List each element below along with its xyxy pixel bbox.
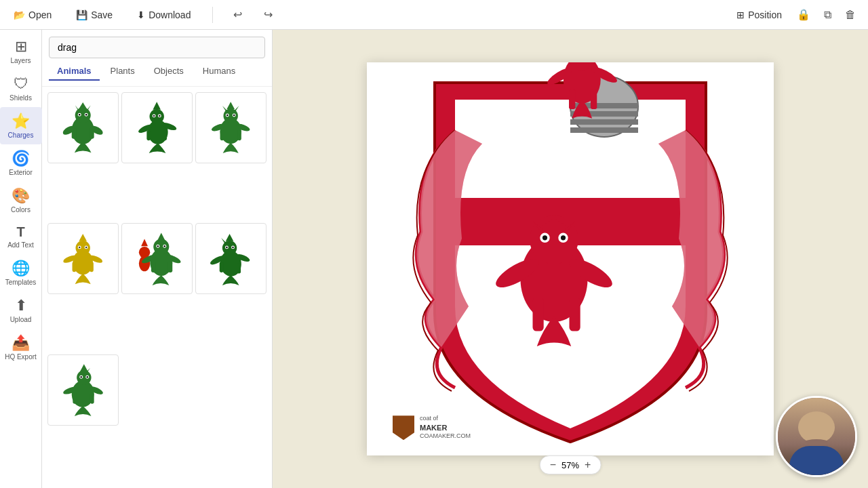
save-button[interactable]: 💾 Save bbox=[71, 7, 118, 23]
sidebar-item-exterior[interactable]: 🌀 Exterior bbox=[0, 144, 42, 182]
charge-item-dragon4-yellow[interactable] bbox=[47, 223, 119, 294]
watermark: coat of MAKER COAMAKER.COM bbox=[387, 412, 476, 443]
svg-rect-103 bbox=[570, 119, 638, 125]
open-button[interactable]: 📂 Open bbox=[8, 7, 57, 23]
watermark-text: coat of MAKER COAMAKER.COM bbox=[420, 415, 471, 441]
svg-rect-43 bbox=[90, 262, 94, 272]
hq-export-icon: 📤 bbox=[12, 334, 30, 352]
zoom-out-button[interactable]: − bbox=[549, 459, 557, 471]
delete-button[interactable]: 🗑 bbox=[841, 6, 860, 24]
svg-point-47 bbox=[85, 246, 87, 247]
charge-item-dragon3[interactable] bbox=[195, 92, 267, 163]
svg-point-72 bbox=[226, 246, 227, 247]
svg-point-11 bbox=[79, 114, 80, 115]
upload-icon: ⬆ bbox=[15, 297, 27, 314]
sidebar-item-colors[interactable]: 🎨 Colors bbox=[0, 182, 42, 219]
video-avatar bbox=[776, 396, 857, 477]
svg-rect-95 bbox=[570, 298, 580, 331]
svg-point-73 bbox=[233, 246, 234, 247]
save-icon: 💾 bbox=[76, 9, 87, 20]
charges-grid bbox=[42, 87, 272, 488]
svg-point-14 bbox=[150, 109, 164, 123]
svg-point-12 bbox=[85, 114, 87, 115]
colors-icon: 🎨 bbox=[12, 187, 30, 205]
svg-rect-19 bbox=[163, 131, 167, 141]
main-area: ⊞ Layers 🛡 Shields ⭐ Charges 🌀 Exterior … bbox=[0, 30, 868, 488]
toolbar-separator bbox=[212, 7, 213, 23]
svg-rect-42 bbox=[73, 262, 77, 272]
svg-point-84 bbox=[81, 376, 82, 378]
svg-marker-53 bbox=[157, 232, 165, 241]
svg-rect-113 bbox=[591, 89, 597, 109]
sidebar-item-upload[interactable]: ⬆ Upload bbox=[0, 291, 42, 329]
open-icon: 📂 bbox=[14, 9, 25, 20]
sidebar-item-shields[interactable]: 🛡 Shields bbox=[0, 70, 42, 107]
undo-button[interactable]: ↩ bbox=[229, 5, 246, 24]
charge-item-dragon2[interactable] bbox=[121, 92, 193, 163]
svg-point-85 bbox=[87, 376, 88, 378]
copy-button[interactable]: ⧉ bbox=[820, 6, 835, 24]
charge-item-dragon6[interactable] bbox=[195, 223, 267, 294]
position-icon: ⊞ bbox=[736, 9, 745, 20]
sidebar-item-layers[interactable]: ⊞ Layers bbox=[0, 33, 42, 70]
svg-marker-2 bbox=[79, 102, 87, 110]
tab-animals[interactable]: Animals bbox=[49, 62, 100, 81]
svg-marker-15 bbox=[153, 102, 161, 110]
sidebar-item-templates[interactable]: 🌐 Templates bbox=[0, 254, 42, 291]
sidebar-item-charges[interactable]: ⭐ Charges bbox=[0, 107, 42, 144]
download-button[interactable]: ⬇ Download bbox=[132, 7, 196, 23]
svg-rect-112 bbox=[569, 89, 575, 109]
svg-rect-104 bbox=[570, 127, 638, 133]
svg-marker-26 bbox=[227, 102, 235, 110]
charge-item-dragon5[interactable] bbox=[121, 223, 193, 294]
zoom-level: 57% bbox=[561, 460, 579, 470]
svg-rect-81 bbox=[90, 392, 94, 403]
zoom-in-button[interactable]: + bbox=[583, 459, 592, 471]
charges-panel: Animals Plants Objects Humans bbox=[42, 30, 273, 488]
watermark-shield bbox=[393, 415, 414, 440]
redo-button[interactable]: ↪ bbox=[260, 5, 277, 24]
svg-marker-64 bbox=[226, 234, 234, 241]
avatar-person bbox=[778, 398, 855, 475]
layers-icon: ⊞ bbox=[15, 38, 27, 56]
avatar-body bbox=[789, 446, 844, 475]
coat-of-arms-canvas[interactable]: coat of MAKER COAMAKER.COM bbox=[367, 62, 774, 455]
svg-rect-69 bbox=[237, 263, 241, 274]
sidebar-item-add-text[interactable]: T Add Text bbox=[0, 219, 42, 254]
svg-rect-18 bbox=[147, 131, 151, 141]
svg-rect-32 bbox=[237, 130, 241, 141]
search-input[interactable] bbox=[49, 37, 265, 58]
templates-icon: 🌐 bbox=[12, 260, 30, 277]
svg-rect-68 bbox=[220, 262, 224, 272]
category-tabs: Animals Plants Objects Humans bbox=[42, 62, 272, 87]
tab-plants[interactable]: Plants bbox=[102, 62, 143, 81]
svg-marker-39 bbox=[79, 234, 87, 241]
svg-point-98 bbox=[542, 235, 547, 240]
add-text-icon: T bbox=[16, 224, 24, 240]
tab-humans[interactable]: Humans bbox=[195, 62, 243, 81]
position-button[interactable]: ⊞ Position bbox=[731, 7, 787, 23]
svg-rect-57 bbox=[168, 261, 173, 272]
svg-point-22 bbox=[153, 115, 155, 117]
svg-marker-50 bbox=[141, 239, 148, 246]
charges-icon: ⭐ bbox=[12, 113, 30, 130]
sidebar-item-hq-export[interactable]: 📤 HQ Export bbox=[0, 329, 42, 366]
svg-point-99 bbox=[561, 235, 566, 240]
charge-item-dragon7[interactable] bbox=[47, 354, 119, 426]
avatar-head bbox=[798, 411, 835, 443]
svg-rect-80 bbox=[73, 392, 77, 403]
charge-item-dragon1[interactable] bbox=[47, 92, 119, 163]
toolbar: 📂 Open 💾 Save ⬇ Download ↩ ↪ ⊞ Position … bbox=[0, 0, 868, 30]
canvas-area[interactable]: coat of MAKER COAMAKER.COM − 57% + bbox=[273, 30, 868, 488]
zoom-bar: − 57% + bbox=[540, 455, 601, 474]
shields-icon: 🛡 bbox=[14, 75, 28, 93]
svg-marker-76 bbox=[80, 364, 88, 371]
search-bar bbox=[42, 30, 272, 62]
svg-point-23 bbox=[159, 115, 160, 117]
svg-point-35 bbox=[226, 115, 228, 116]
coat-of-arms-svg bbox=[367, 62, 774, 455]
lock-icon-button[interactable]: 🔒 bbox=[793, 5, 814, 24]
toolbar-right: ⊞ Position 🔒 ⧉ 🗑 bbox=[731, 5, 860, 24]
tab-objects[interactable]: Objects bbox=[146, 62, 192, 81]
svg-point-1 bbox=[75, 108, 91, 123]
